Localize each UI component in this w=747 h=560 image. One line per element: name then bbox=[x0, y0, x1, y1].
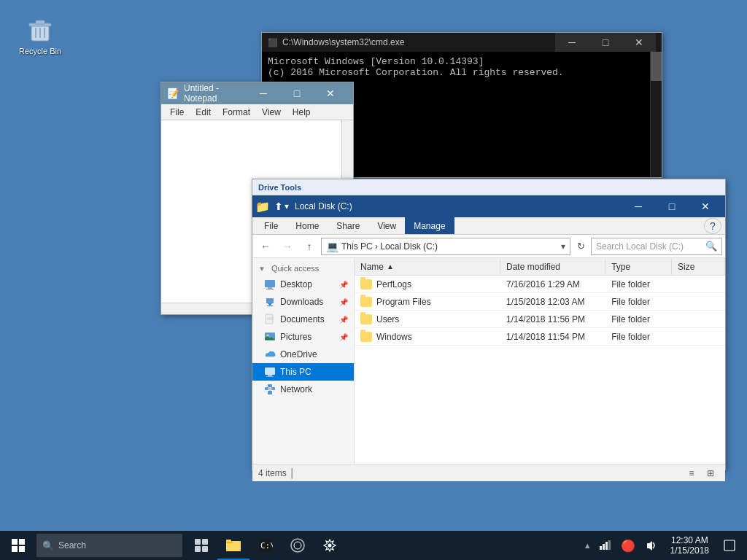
windows-logo-icon bbox=[12, 539, 25, 552]
explorer-maximize-button[interactable]: □ bbox=[655, 195, 689, 217]
forward-button[interactable]: → bbox=[277, 237, 298, 256]
notepad-minimize-button[interactable]: ─ bbox=[247, 82, 280, 104]
notepad-maximize-button[interactable]: □ bbox=[280, 82, 314, 104]
tab-share[interactable]: Share bbox=[328, 217, 368, 234]
task-view-button[interactable] bbox=[185, 531, 217, 560]
notepad-menu-edit[interactable]: Edit bbox=[190, 106, 217, 118]
notepad-titlebar[interactable]: 📝 Untitled - Notepad ─ □ ✕ bbox=[161, 82, 353, 104]
address-dropdown-arrow[interactable]: ▾ bbox=[561, 241, 565, 252]
svg-rect-21 bbox=[268, 384, 272, 387]
file-explorer-taskbar-button[interactable] bbox=[217, 531, 249, 560]
folder-icon bbox=[360, 332, 372, 342]
notification-center-button[interactable] bbox=[718, 531, 741, 560]
sidebar-item-network[interactable]: Network bbox=[252, 381, 354, 398]
sidebar-item-pictures[interactable]: Pictures 📌 bbox=[252, 328, 354, 346]
tab-file[interactable]: File bbox=[255, 217, 287, 234]
col-header-date[interactable]: Date modified bbox=[500, 258, 605, 275]
sidebar-item-onedrive[interactable]: OneDrive bbox=[252, 346, 354, 363]
tray-volume-icon[interactable] bbox=[641, 531, 662, 560]
file-type-cell: File folder bbox=[605, 293, 672, 310]
refresh-button[interactable]: ↻ bbox=[572, 238, 589, 255]
explorer-main: Name ▲ Date modified Type Size bbox=[355, 258, 725, 464]
sort-arrow: ▲ bbox=[387, 262, 394, 271]
cmd-taskbar-button[interactable]: C:\ bbox=[249, 531, 282, 560]
explorer-icon: 📁 bbox=[255, 200, 270, 214]
cmd-titlebar[interactable]: ⬛ C:\Windows\system32\cmd.exe ─ □ ✕ bbox=[262, 33, 662, 52]
sidebar-item-documents[interactable]: Documents 📌 bbox=[252, 311, 354, 328]
sidebar-item-this-pc[interactable]: This PC bbox=[252, 363, 354, 381]
taskbar-search-placeholder: Search bbox=[58, 540, 86, 551]
up-button[interactable]: ↑ bbox=[299, 237, 320, 256]
back-button[interactable]: ← bbox=[255, 237, 276, 256]
notepad-menu-format[interactable]: Format bbox=[217, 106, 256, 118]
desktop: Recycle Bin ⬛ C:\Windows\system32\cmd.ex… bbox=[0, 0, 747, 531]
svg-rect-38 bbox=[603, 544, 605, 550]
tray-clock[interactable]: 12:30 AM 1/15/2018 bbox=[665, 531, 715, 560]
pin-icon-documents: 📌 bbox=[339, 316, 348, 324]
svg-rect-31 bbox=[226, 540, 231, 542]
explorer-minimize-button[interactable]: ─ bbox=[622, 195, 655, 217]
recycle-bin-label: Recycle Bin bbox=[19, 47, 61, 55]
search-bar[interactable]: Search Local Disk (C:) 🔍 bbox=[591, 238, 722, 255]
pin-icon-pictures: 📌 bbox=[339, 333, 348, 341]
col-header-name[interactable]: Name ▲ bbox=[355, 258, 500, 275]
tab-view[interactable]: View bbox=[368, 217, 405, 234]
settings-taskbar-button[interactable] bbox=[314, 531, 346, 560]
cmd-titlebar-buttons: ─ □ ✕ bbox=[555, 33, 656, 52]
notepad-menu-help[interactable]: Help bbox=[287, 106, 317, 118]
large-icons-view-button[interactable]: ⊞ bbox=[702, 466, 719, 481]
explorer-close-button[interactable]: ✕ bbox=[689, 195, 722, 217]
cortana-taskbar-button[interactable] bbox=[282, 531, 314, 560]
notepad-close-button[interactable]: ✕ bbox=[314, 82, 347, 104]
toolbar-dropdown[interactable]: ▾ bbox=[285, 201, 289, 211]
file-name-cell: Program Files bbox=[355, 293, 500, 310]
svg-rect-8 bbox=[266, 289, 274, 289]
cmd-icon: ⬛ bbox=[268, 38, 278, 47]
col-header-size[interactable]: Size bbox=[672, 258, 725, 275]
folder-icon bbox=[360, 297, 372, 307]
cmd-minimize-button[interactable]: ─ bbox=[555, 33, 589, 52]
search-icon[interactable]: 🔍 bbox=[705, 241, 717, 252]
col-header-type[interactable]: Type bbox=[605, 258, 672, 275]
table-row[interactable]: PerfLogs 7/16/2016 1:29 AM File folder bbox=[355, 276, 725, 293]
notepad-menu-file[interactable]: File bbox=[164, 106, 190, 118]
documents-icon bbox=[264, 314, 276, 325]
file-list-header: Name ▲ Date modified Type Size bbox=[355, 258, 725, 276]
file-list: PerfLogs 7/16/2016 1:29 AM File folder P… bbox=[355, 276, 725, 464]
table-row[interactable]: Windows 1/14/2018 11:54 PM File folder bbox=[355, 328, 725, 346]
cmd-scrollbar[interactable] bbox=[650, 52, 662, 177]
folder-icon bbox=[360, 314, 372, 324]
search-text: Search Local Disk (C:) bbox=[596, 241, 684, 252]
explorer-titlebar[interactable]: 📁 ⬆ ▾ Local Disk (C:) ─ □ ✕ bbox=[252, 195, 725, 217]
details-view-button[interactable]: ≡ bbox=[683, 466, 700, 481]
taskbar: 🔍 Search C:\ ▲ 🔴 12:30 AM 1/15/2018 bbox=[0, 531, 747, 560]
help-button[interactable]: ? bbox=[704, 218, 721, 234]
quick-access-toolbar[interactable]: ⬆ bbox=[274, 201, 283, 212]
recycle-bin-icon[interactable]: Recycle Bin bbox=[15, 15, 66, 55]
table-row[interactable]: Program Files 1/15/2018 12:03 AM File fo… bbox=[355, 293, 725, 311]
tab-manage[interactable]: Manage bbox=[405, 217, 454, 234]
cmd-maximize-button[interactable]: □ bbox=[589, 33, 622, 52]
address-bar[interactable]: 💻 This PC › Local Disk (C:) ▾ bbox=[321, 238, 570, 255]
tray-network-icon[interactable] bbox=[595, 531, 615, 560]
explorer-sidebar: ▼ Quick access Desktop 📌 Downloads 📌 bbox=[252, 258, 355, 464]
tray-show-hidden[interactable]: ▲ bbox=[584, 541, 592, 550]
svg-rect-9 bbox=[267, 306, 273, 306]
folder-icon bbox=[360, 279, 372, 289]
notepad-menubar: File Edit Format View Help bbox=[161, 104, 353, 120]
sidebar-quick-access-header: ▼ Quick access bbox=[252, 261, 354, 276]
sidebar-item-desktop[interactable]: Desktop 📌 bbox=[252, 276, 354, 293]
notepad-menu-view[interactable]: View bbox=[256, 106, 287, 118]
svg-text:C:\: C:\ bbox=[260, 541, 273, 551]
tab-home[interactable]: Home bbox=[287, 217, 328, 234]
start-button[interactable] bbox=[0, 531, 36, 560]
table-row[interactable]: Users 1/14/2018 11:56 PM File folder bbox=[355, 311, 725, 328]
cmd-close-button[interactable]: ✕ bbox=[622, 33, 656, 52]
sidebar-item-downloads[interactable]: Downloads 📌 bbox=[252, 293, 354, 311]
tray-battery-icon[interactable]: 🔴 bbox=[618, 531, 638, 560]
svg-rect-7 bbox=[268, 287, 272, 289]
taskbar-search[interactable]: 🔍 Search bbox=[36, 534, 182, 557]
pc-icon: 💻 bbox=[326, 241, 338, 252]
cmd-scroll-thumb[interactable] bbox=[651, 52, 662, 81]
explorer-statusbar: 4 items │ ≡ ⊞ bbox=[252, 464, 725, 481]
